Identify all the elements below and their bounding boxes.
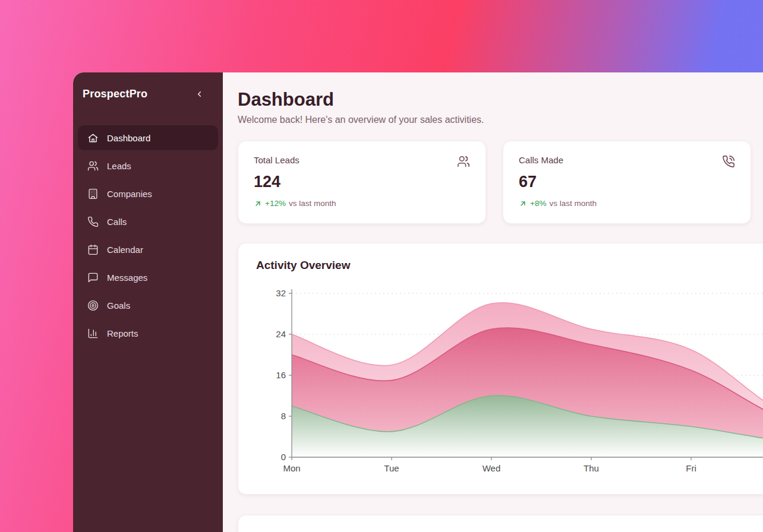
sidebar-item-label: Dashboard [107, 133, 150, 143]
sidebar-item-label: Reports [107, 328, 138, 338]
stat-label: Total Leads [254, 155, 299, 165]
users-icon [457, 155, 470, 168]
stat-value: 124 [254, 173, 470, 191]
activity-overview-card: Activity Overview 08162432MonTueWedThuFr… [238, 243, 763, 495]
stats-row: Total Leads 124 +12% vs last month [238, 141, 763, 224]
sidebar-nav: DashboardLeadsCompaniesCallsCalendarMess… [73, 125, 223, 346]
svg-text:24: 24 [276, 329, 286, 339]
chart-title: Activity Overview [256, 259, 763, 272]
collapse-sidebar-button[interactable] [194, 88, 205, 100]
sidebar-item-label: Messages [107, 273, 147, 283]
phone-icon [87, 216, 99, 227]
svg-text:8: 8 [281, 411, 286, 421]
bar-chart-icon [87, 328, 99, 339]
svg-text:Thu: Thu [584, 463, 599, 473]
svg-text:16: 16 [276, 370, 286, 380]
brand-title: ProspectPro [83, 88, 147, 100]
svg-text:Mon: Mon [283, 463, 300, 473]
sidebar-item-label: Companies [107, 189, 152, 199]
sidebar: ProspectPro DashboardLeadsCompaniesCalls… [73, 72, 223, 532]
stat-value: 67 [519, 173, 735, 191]
chevron-left-icon [195, 90, 204, 99]
svg-text:Tue: Tue [384, 463, 399, 473]
sidebar-item-dashboard[interactable]: Dashboard [78, 125, 218, 150]
sidebar-item-reports[interactable]: Reports [78, 321, 218, 346]
stat-label: Calls Made [519, 155, 563, 165]
message-square-icon [87, 272, 99, 283]
bottom-card-partial [238, 515, 763, 532]
calendar-icon [87, 244, 99, 255]
stat-delta-note: vs last month [549, 199, 597, 208]
svg-text:Fri: Fri [686, 463, 696, 473]
trend-up-icon [254, 200, 262, 208]
stat-delta: +12% [265, 199, 286, 208]
sidebar-item-leads[interactable]: Leads [78, 153, 218, 178]
svg-text:32: 32 [276, 288, 286, 298]
trend-up-icon [519, 200, 527, 208]
target-icon [87, 300, 99, 311]
sidebar-item-companies[interactable]: Companies [78, 181, 218, 206]
stat-card-calls-made: Calls Made 67 +8% vs last month [503, 141, 751, 224]
stat-card-total-leads: Total Leads 124 +12% vs last month [238, 141, 486, 224]
page-title: Dashboard [238, 89, 763, 110]
sidebar-item-messages[interactable]: Messages [78, 265, 218, 290]
sidebar-item-label: Goals [107, 300, 130, 311]
users-icon [87, 160, 99, 172]
svg-text:0: 0 [281, 452, 286, 462]
page-subtitle: Welcome back! Here's an overview of your… [238, 115, 763, 125]
sidebar-item-label: Calendar [107, 245, 143, 255]
sidebar-item-calendar[interactable]: Calendar [78, 237, 218, 262]
app-window: ProspectPro DashboardLeadsCompaniesCalls… [73, 72, 763, 532]
building-icon [87, 188, 99, 200]
main-content: Dashboard Welcome back! Here's an overvi… [223, 72, 763, 532]
stat-delta: +8% [530, 199, 546, 208]
stat-delta-note: vs last month [289, 199, 336, 208]
sidebar-item-label: Calls [107, 217, 127, 227]
brand-row: ProspectPro [73, 72, 223, 112]
sidebar-item-goals[interactable]: Goals [78, 293, 218, 318]
svg-text:Wed: Wed [483, 463, 501, 473]
activity-area-chart: 08162432MonTueWedThuFriSatSun [256, 281, 763, 481]
sidebar-item-label: Leads [107, 161, 131, 171]
home-icon [87, 132, 99, 144]
chart-wrap: 08162432MonTueWedThuFriSatSun [256, 281, 763, 483]
phone-call-icon [722, 155, 735, 168]
sidebar-item-calls[interactable]: Calls [78, 209, 218, 234]
